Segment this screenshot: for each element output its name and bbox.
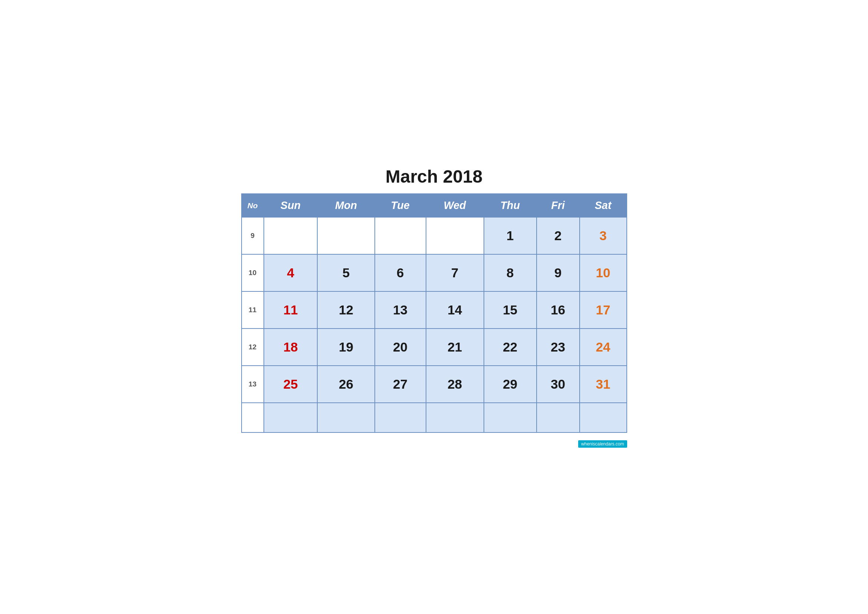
table-row: 1218192021222324: [242, 329, 627, 366]
calendar-day-empty: [264, 403, 318, 433]
week-number: 11: [242, 291, 264, 329]
calendar-day: [375, 217, 426, 254]
calendar-day: 10: [580, 254, 627, 291]
calendar-day: 30: [536, 366, 580, 403]
week-number: 12: [242, 329, 264, 366]
calendar-day: 11: [264, 291, 318, 329]
calendar-page: March 2018 No Sun Mon Tue Wed Thu Fri Sa…: [230, 159, 638, 455]
calendar-day: 3: [580, 217, 627, 254]
calendar-day: 18: [264, 329, 318, 366]
calendar-table: No Sun Mon Tue Wed Thu Fri Sat 912310456…: [241, 194, 627, 433]
calendar-day: 15: [484, 291, 536, 329]
calendar-day: 2: [536, 217, 580, 254]
table-row: 1325262728293031: [242, 366, 627, 403]
header-sun: Sun: [264, 194, 318, 217]
calendar-day: 17: [580, 291, 627, 329]
calendar-day: 29: [484, 366, 536, 403]
calendar-day: 21: [426, 329, 484, 366]
calendar-day: 31: [580, 366, 627, 403]
header-fri: Fri: [536, 194, 580, 217]
header-wed: Wed: [426, 194, 484, 217]
header-row: No Sun Mon Tue Wed Thu Fri Sat: [242, 194, 627, 217]
calendar-day: [264, 217, 318, 254]
calendar-day: 28: [426, 366, 484, 403]
header-sat: Sat: [580, 194, 627, 217]
calendar-day: 23: [536, 329, 580, 366]
header-thu: Thu: [484, 194, 536, 217]
calendar-day: 22: [484, 329, 536, 366]
calendar-day: [317, 217, 374, 254]
week-number: 10: [242, 254, 264, 291]
calendar-day-empty: [536, 403, 580, 433]
table-row: 1045678910: [242, 254, 627, 291]
calendar-day-empty: [317, 403, 374, 433]
calendar-day-empty: [242, 403, 264, 433]
calendar-title: March 2018: [241, 166, 627, 187]
calendar-day: 13: [375, 291, 426, 329]
header-mon: Mon: [317, 194, 374, 217]
calendar-day: 4: [264, 254, 318, 291]
calendar-day: 5: [317, 254, 374, 291]
calendar-day-empty: [484, 403, 536, 433]
calendar-day: 12: [317, 291, 374, 329]
calendar-day: 16: [536, 291, 580, 329]
header-tue: Tue: [375, 194, 426, 217]
calendar-day: 25: [264, 366, 318, 403]
calendar-day: 7: [426, 254, 484, 291]
table-row: 9123: [242, 217, 627, 254]
calendar-day: 24: [580, 329, 627, 366]
table-row: 1111121314151617: [242, 291, 627, 329]
calendar-day: 14: [426, 291, 484, 329]
calendar-day-empty: [426, 403, 484, 433]
week-number: 13: [242, 366, 264, 403]
calendar-day: 1: [484, 217, 536, 254]
calendar-day: 9: [536, 254, 580, 291]
watermark: wheniscalendars.com: [578, 440, 627, 448]
calendar-day: 8: [484, 254, 536, 291]
calendar-day: [426, 217, 484, 254]
calendar-day: 20: [375, 329, 426, 366]
header-no: No: [242, 194, 264, 217]
calendar-day: 6: [375, 254, 426, 291]
calendar-day-empty: [375, 403, 426, 433]
calendar-day: 19: [317, 329, 374, 366]
calendar-day-empty: [580, 403, 627, 433]
table-row-extra: [242, 403, 627, 433]
week-number: 9: [242, 217, 264, 254]
calendar-body: 9123104567891011111213141516171218192021…: [242, 217, 627, 433]
calendar-day: 27: [375, 366, 426, 403]
calendar-day: 26: [317, 366, 374, 403]
